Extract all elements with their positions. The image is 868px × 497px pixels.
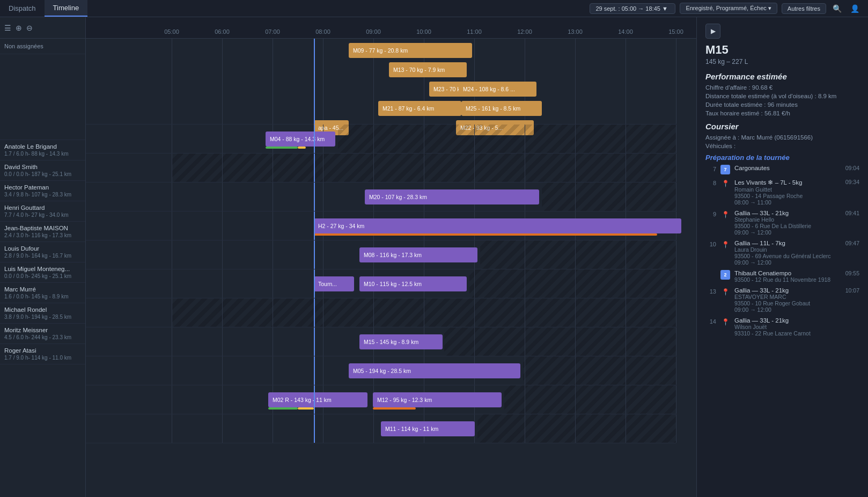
- time-label: 07:00: [265, 28, 280, 35]
- prep-row: Thibault Cenatiempo 09:55: [734, 270, 859, 276]
- task-bar[interactable]: M05 - 194 kg - 28.5 km: [349, 363, 520, 378]
- coursier-section-title: Coursier: [705, 122, 859, 131]
- task-subtitle: 145 kg – 227 L: [705, 58, 859, 65]
- task-bar[interactable]: M10 - 115 kg - 12.5 km: [359, 276, 467, 291]
- task-bar[interactable]: M09 - 77 kg - 20.8 km: [349, 43, 472, 58]
- prep-address: 93500 - 6 Rue De La Distillerie: [734, 223, 859, 229]
- prep-address: 93500 - 10 Rue Roger Gobaut: [734, 300, 859, 306]
- task-bar[interactable]: M11 - 114 kg - 11 km: [381, 421, 475, 436]
- task-bar[interactable]: M08 - 116 kg - 17.3 km: [359, 247, 477, 262]
- prep-address: 93500 - 69 Avenue du Général Leclerc: [734, 253, 859, 259]
- prep-icon: 📍: [720, 179, 730, 188]
- duree-row: Durée totale estimée : 96 minutes: [705, 101, 859, 108]
- courier-stats: 7.7 / 4.0 h- 27 kg - 34.0 km: [4, 212, 81, 218]
- courier-item[interactable]: Louis Dufour2.8 / 9.0 h- 164 kg - 16.7 k…: [0, 242, 85, 262]
- timeline-row: M02 R - 143 kg - 11 kmM12 - 95 kg - 12.3…: [86, 385, 676, 414]
- time-label: 13:00: [568, 28, 583, 35]
- courier-name: Louis Dufour: [4, 245, 81, 252]
- task-bar[interactable]: M21 - 87 kg - 6.4 km: [378, 101, 461, 116]
- task-bar[interactable]: M13 - 70 kg - 7.9 km: [389, 62, 467, 77]
- courier-name: David Smith: [4, 164, 81, 170]
- main-layout: ☰ ⊕ ⊖ Non assignées Anatole Le Brigand1.…: [0, 17, 868, 497]
- prep-name: Gallia — 33L - 21kg: [734, 210, 789, 216]
- date-range-button[interactable]: 29 sept. : 05:00 → 18:45 ▼: [590, 3, 675, 14]
- timeline-row: Tourn...M10 - 115 kg - 12.5 km: [86, 269, 676, 298]
- prep-row: Cargonautes 09:04: [734, 165, 859, 171]
- zoom-out-icon[interactable]: ⊖: [26, 24, 33, 32]
- assignee-row: Assignée à : Marc Murré (0615691566): [705, 134, 859, 141]
- task-bar[interactable]: Tourn...: [314, 276, 354, 291]
- time-label: 06:00: [215, 28, 230, 35]
- courier-item[interactable]: Roger Atasi1.7 / 9.0 h- 114 kg - 11.0 km: [0, 344, 85, 364]
- prep-name: Gallia — 33L - 21kg: [734, 287, 789, 294]
- timeline-row: [86, 154, 676, 182]
- prep-item: 9 📍 Gallia — 33L - 21kg 09:41 Stephanie …: [705, 210, 859, 236]
- prep-content: Thibault Cenatiempo 09:55 93500 - 12 Rue…: [734, 270, 859, 283]
- location-icon: 📍: [722, 211, 730, 218]
- task-bar[interactable]: M20 - 107 kg - 28.3 km: [365, 189, 539, 204]
- topbar-controls: 29 sept. : 05:00 → 18:45 ▼ Enregistré, P…: [583, 3, 868, 14]
- prep-row: Gallia — 11L - 7kg 09:47: [734, 240, 859, 246]
- timeline-scroll-wrapper[interactable]: M09 - 77 kg - 20.8 kmM13 - 70 kg - 7.9 k…: [86, 39, 696, 497]
- courier-stats: 1.7 / 9.0 h- 114 kg - 11.0 km: [4, 355, 81, 361]
- prep-num: 10: [705, 240, 716, 247]
- prep-icon: 📍: [720, 210, 730, 220]
- zoom-in-icon[interactable]: ⊕: [16, 24, 22, 32]
- tab-dispatch[interactable]: Dispatch: [0, 0, 45, 17]
- user-button[interactable]: 👤: [848, 4, 862, 13]
- courier-name: Marc Murré: [4, 286, 81, 293]
- prep-address: 93310 - 22 Rue Lazare Carnot: [734, 330, 859, 337]
- location-icon: 📍: [722, 180, 730, 187]
- prep-icon: 7: [720, 165, 730, 174]
- timeline-container: 05:0006:0007:0008:0009:0010:0011:0012:00…: [86, 17, 696, 497]
- courier-name: Jean-Baptiste MAISON: [4, 225, 81, 231]
- vehicules-row: Véhicules :: [705, 143, 859, 149]
- courier-item[interactable]: David Smith0.0 / 0.0 h- 187 kg - 25.1 km: [0, 160, 85, 181]
- courier-item[interactable]: Henri Gouttard7.7 / 4.0 h- 27 kg - 34.0 …: [0, 201, 85, 222]
- courier-item[interactable]: Michael Rondel3.8 / 9.0 h- 194 kg - 28.5…: [0, 303, 85, 324]
- prep-num: 14: [705, 317, 716, 325]
- tab-timeline[interactable]: Timeline: [45, 0, 88, 17]
- courier-item[interactable]: Marc Murré1.6 / 0.0 h- 145 kg - 8.9 km: [0, 283, 85, 303]
- prep-item: 7 7 Cargonautes 09:04: [705, 165, 859, 174]
- courier-item[interactable]: Moritz Meissner4.5 / 6.0 h- 244 kg - 23.…: [0, 324, 85, 344]
- task-title: M15: [705, 43, 859, 57]
- topbar: Dispatch Timeline 29 sept. : 05:00 → 18:…: [0, 0, 868, 17]
- prep-address: 93500 - 12 Rue du 11 Novembre 1918: [734, 276, 859, 283]
- time-label: 05:00: [164, 28, 179, 35]
- right-panel: ▶ M15 145 kg – 227 L Performance estimée…: [696, 17, 868, 497]
- prep-sub: ESTAVOYER MARC: [734, 294, 859, 300]
- courier-item[interactable]: Jean-Baptiste MAISON2.4 / 3.0 h- 116 kg …: [0, 222, 85, 242]
- courier-stats: 0.0 / 0.0 h- 245 kg - 25.1 km: [4, 273, 81, 279]
- box-badge-icon: 7: [720, 165, 730, 174]
- task-bar[interactable]: M02 R - 143 kg - 11 km: [268, 392, 367, 407]
- courier-item[interactable]: Luis Miguel Monteneg...0.0 / 0.0 h- 245 …: [0, 262, 85, 283]
- prep-item: 13 📍 Gallia — 33L - 21kg 10:07 ESTAVOYER…: [705, 287, 859, 313]
- unassigned-tasks-row: M09 - 77 kg - 20.8 kmM13 - 70 kg - 7.9 k…: [86, 39, 676, 125]
- courier-name: Moritz Meissner: [4, 327, 81, 333]
- task-bar[interactable]: M04 - 88 kg - 14.3 km: [266, 131, 335, 147]
- prep-item: 8 📍 Les Vivants ❄ – 7L - 5kg 09:34 Romai…: [705, 179, 859, 206]
- task-bar[interactable]: M24 - 108 kg - 8.6 ...: [459, 82, 536, 97]
- play-button[interactable]: ▶: [705, 24, 720, 39]
- task-bar[interactable]: M25 - 161 kg - 8.5 km: [461, 101, 542, 116]
- prep-name: Gallia — 11L - 7kg: [734, 240, 785, 246]
- courier-name: Henri Gouttard: [4, 204, 81, 211]
- prep-num: 8: [705, 179, 716, 186]
- courier-stats: 1.7 / 6.0 h- 88 kg - 14.3 km: [4, 151, 81, 157]
- prep-time: 09:00 → 12:00: [734, 306, 859, 313]
- task-bar[interactable]: H2 - 27 kg - 34 km: [314, 218, 681, 233]
- courier-item[interactable]: Anatole Le Brigand1.7 / 6.0 h- 88 kg - 1…: [0, 140, 85, 160]
- prep-content: Gallia — 33L - 21kg Wilson Jouët 93310 -…: [734, 317, 859, 337]
- status-filter-button[interactable]: Enregistré, Programmé, Échec ▾: [680, 3, 777, 14]
- courier-item[interactable]: Hector Pateman3.4 / 9.8 h- 107 kg - 28.3…: [0, 181, 85, 201]
- time-label: 14:00: [618, 28, 633, 35]
- task-bar[interactable]: M12 - 95 kg - 12.3 km: [373, 392, 502, 407]
- menu-icon[interactable]: ☰: [4, 24, 11, 32]
- prep-content: Gallia — 33L - 21kg 09:41 Stephanie Hell…: [734, 210, 859, 236]
- search-button[interactable]: 🔍: [830, 4, 844, 13]
- task-bar[interactable]: M15 - 145 kg - 8.9 km: [359, 334, 443, 349]
- prep-sub: Laura Drouin: [734, 246, 859, 253]
- courier-name: Luis Miguel Monteneg...: [4, 266, 81, 272]
- other-filters-button[interactable]: Autres filtres: [782, 3, 826, 14]
